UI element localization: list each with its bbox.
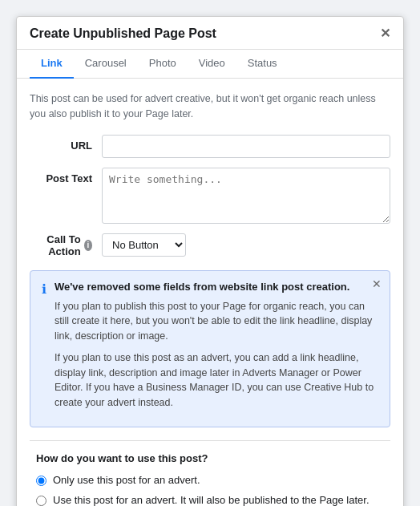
radio-advert-publish: Use this post for an advert. It will als… <box>36 494 384 506</box>
notice-paragraph2: If you plan to use this post as an adver… <box>55 350 378 411</box>
post-text-label: Post Text <box>30 168 102 184</box>
tab-status[interactable]: Status <box>236 49 289 79</box>
url-label: URL <box>30 135 102 152</box>
radio-advert-publish-input[interactable] <box>36 496 46 506</box>
notice-close-button[interactable]: ✕ <box>372 277 382 290</box>
dialog-header: Create Unpublished Page Post ✕ <box>17 17 403 50</box>
cta-info-icon[interactable]: i <box>84 240 92 251</box>
notice-title: We've removed some fields from website l… <box>55 281 378 293</box>
url-row: URL <box>30 135 390 158</box>
cta-label: Call To Action i <box>30 233 102 257</box>
info-text: This post can be used for advert creativ… <box>30 91 390 122</box>
dialog-body: This post can be used for advert creativ… <box>17 79 403 506</box>
usage-section: How do you want to use this post? Only u… <box>30 452 390 506</box>
cta-select[interactable]: No Button Learn More Shop Now Sign Up Bo… <box>102 233 186 257</box>
radio-advert-only-label[interactable]: Only use this post for an advert. <box>53 474 200 486</box>
cta-row: Call To Action i No Button Learn More Sh… <box>30 233 390 257</box>
create-post-dialog: Create Unpublished Page Post ✕ Link Caro… <box>16 16 404 506</box>
tab-photo[interactable]: Photo <box>138 49 188 79</box>
dialog-title: Create Unpublished Page Post <box>30 26 216 49</box>
radio-advert-only: Only use this post for an advert. <box>36 474 384 486</box>
post-text-row: Post Text <box>30 168 390 224</box>
post-text-input[interactable] <box>102 168 390 224</box>
usage-title: How do you want to use this post? <box>36 452 384 464</box>
tab-video[interactable]: Video <box>188 49 236 79</box>
notice-icon: ℹ <box>42 281 46 417</box>
notice-paragraph1: If you plan to publish this post to your… <box>55 299 378 344</box>
radio-advert-publish-label[interactable]: Use this post for an advert. It will als… <box>53 494 370 506</box>
tab-carousel[interactable]: Carousel <box>74 49 138 79</box>
tab-bar: Link Carousel Photo Video Status <box>17 49 403 79</box>
radio-advert-only-input[interactable] <box>36 476 46 486</box>
url-input[interactable] <box>102 135 390 158</box>
divider <box>30 440 390 441</box>
notice-box: ℹ We've removed some fields from website… <box>30 270 390 427</box>
notice-content: We've removed some fields from website l… <box>55 281 378 417</box>
tab-link[interactable]: Link <box>30 49 74 79</box>
close-button[interactable]: ✕ <box>380 27 390 48</box>
